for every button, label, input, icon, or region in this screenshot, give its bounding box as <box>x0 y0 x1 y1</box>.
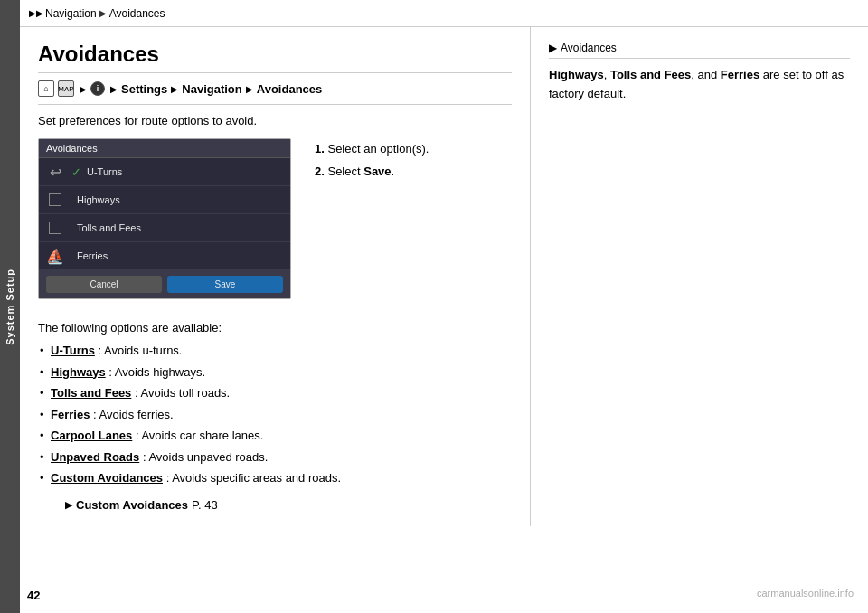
tolls-checkbox <box>49 222 61 234</box>
main-content: ▶▶ Navigation ▶ Avoidances Avoidances ⌂ … <box>20 0 868 613</box>
option-desc-uturns: : Avoids u-turns. <box>99 344 183 357</box>
highways-checkbox <box>49 193 61 206</box>
custom-ref: ▶ Custom Avoidances P. 43 <box>65 498 512 512</box>
tolls-row-icon <box>46 219 64 237</box>
list-item-unpaved: Unpaved Roads : Avoids unpaved roads. <box>38 447 512 468</box>
nav-arrow-3: ▶ <box>171 84 178 94</box>
right-section-text: Highways, Tolls and Fees, and Ferries ar… <box>549 66 850 104</box>
option-desc-custom: : Avoids specific areas and roads. <box>166 471 341 485</box>
right-ferries: Ferries <box>721 68 760 81</box>
screenshot-row-uturns: ↩ ✓ U-Turns <box>39 158 290 186</box>
option-label-custom: Custom Avoidances <box>51 471 163 485</box>
list-item-uturns: U-Turns : Avoids u-turns. <box>38 340 512 362</box>
right-column: ▶ Avoidances Highways, Tolls and Fees, a… <box>531 27 868 526</box>
option-label-ferries: Ferries <box>51 408 90 421</box>
highways-row-icon <box>46 191 64 209</box>
list-item-custom: Custom Avoidances : Avoids specific area… <box>38 467 512 489</box>
screenshot-header: Avoidances <box>39 139 290 158</box>
page-title: Avoidances <box>38 42 512 73</box>
ferries-row-icon: ⛵ <box>46 247 64 265</box>
option-label-unpaved: Unpaved Roads <box>51 450 139 464</box>
option-desc-highways: : Avoids highways. <box>108 365 205 379</box>
nav-arrow-4: ▶ <box>246 84 253 94</box>
custom-ref-label: Custom Avoidances <box>76 498 188 512</box>
option-label-uturns: U-Turns <box>51 344 95 357</box>
breadcrumb-navigation: Navigation <box>45 7 97 20</box>
avoidances-label: Avoidances <box>257 82 323 96</box>
screenshot-buttons: Cancel Save <box>39 270 290 298</box>
left-column: Avoidances ⌂ MAP ▶ i ▶ Settings ▶ Naviga… <box>20 27 531 526</box>
home-icon: ⌂ <box>38 80 54 97</box>
option-desc-unpaved: : Avoids unpaved roads. <box>143 450 269 464</box>
nav-arrow-2: ▶ <box>110 84 118 94</box>
right-header-text: Avoidances <box>561 42 617 54</box>
save-button[interactable]: Save <box>167 276 283 293</box>
step-2: 2. Select Save. <box>315 161 429 182</box>
right-section-header: ▶ Avoidances <box>549 42 850 59</box>
list-item-ferries: Ferries : Avoids ferries. <box>38 404 512 426</box>
uturns-label: U-Turns <box>87 166 122 177</box>
ref-icon: ▶ <box>65 499 72 511</box>
intro-text: Set preferences for route options to avo… <box>38 114 512 127</box>
tolls-label: Tolls and Fees <box>77 222 141 233</box>
info-icon: i <box>90 81 105 96</box>
step-2-save: Save <box>363 165 391 178</box>
cancel-button[interactable]: Cancel <box>46 276 162 293</box>
breadcrumb-avoidances: Avoidances <box>109 7 165 20</box>
step-2-period: . <box>392 165 395 178</box>
screenshot-row-ferries: ⛵ Ferries <box>39 242 290 270</box>
option-label-highways: Highways <box>51 365 106 379</box>
option-label-carpool: Carpool Lanes <box>51 429 132 442</box>
step-2-text-pre: Select <box>327 165 363 178</box>
navigation-label: Navigation <box>182 82 241 96</box>
step-1-number: 1. <box>315 142 325 156</box>
watermark: carmanualsonline.info <box>757 588 854 599</box>
option-label-tolls: Tolls and Fees <box>51 386 131 400</box>
options-list: U-Turns : Avoids u-turns. Highways : Avo… <box>38 340 512 489</box>
list-item-highways: Highways : Avoids highways. <box>38 362 512 383</box>
list-item-carpool: Carpool Lanes : Avoids car share lanes. <box>38 425 512 447</box>
sidebar: System Setup <box>0 0 20 613</box>
uturns-icon: ↩ <box>46 163 64 181</box>
step-2-number: 2. <box>315 165 325 178</box>
nav-arrow-1: ▶ <box>80 84 87 94</box>
option-desc-tolls: : Avoids toll roads. <box>135 386 230 400</box>
map-icon: MAP <box>58 80 74 97</box>
nav-path: ⌂ MAP ▶ i ▶ Settings ▶ Navigation ▶ Avoi… <box>38 80 512 105</box>
option-desc-carpool: : Avoids car share lanes. <box>136 429 263 442</box>
step-1: 1. Select an option(s). <box>315 138 429 159</box>
highways-label: Highways <box>77 194 120 205</box>
sidebar-label: System Setup <box>5 269 15 345</box>
right-highways: Highways <box>549 68 604 81</box>
screenshot-row-highways: Highways <box>39 186 290 214</box>
right-tolls: Tolls and Fees <box>610 68 691 81</box>
breadcrumb-arrow-1: ▶ <box>99 8 107 18</box>
settings-label: Settings <box>121 82 167 96</box>
steps-container: 1. Select an option(s). 2. Select Save. <box>315 138 429 301</box>
breadcrumb-arrows: ▶▶ <box>29 8 43 18</box>
following-text: The following options are available: <box>38 321 512 335</box>
list-item-tolls: Tolls and Fees : Avoids toll roads. <box>38 382 512 404</box>
step-1-text: Select an option(s). <box>327 142 429 156</box>
option-desc-ferries: : Avoids ferries. <box>93 408 174 421</box>
custom-ref-page: P. 43 <box>192 498 218 512</box>
right-header-icon: ▶ <box>549 42 557 54</box>
ferries-label: Ferries <box>77 250 108 261</box>
breadcrumb-bar: ▶▶ Navigation ▶ Avoidances <box>20 0 868 27</box>
screenshot-row-tolls: Tolls and Fees <box>39 214 290 242</box>
screenshot-box: Avoidances ↩ ✓ U-Turns Highw <box>38 138 291 299</box>
content-split: Avoidances ⌂ MAP ▶ i ▶ Settings ▶ Naviga… <box>20 27 868 526</box>
